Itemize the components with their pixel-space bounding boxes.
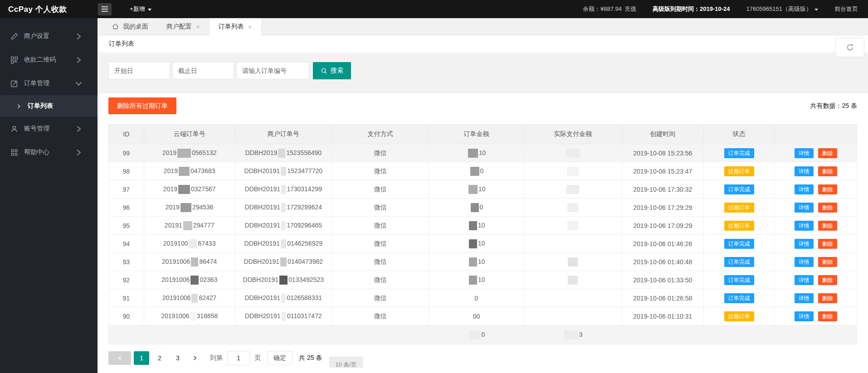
cell-created-time: 2019-10-06 01:40:48 [622, 253, 703, 271]
column-header-amount: 订单金额 [429, 125, 524, 144]
orders-table-wrap: ID 云端订单号 商户订单号 支付方式 订单金额 实际支付金额 创建时间 状态 … [108, 124, 857, 344]
order-number-input[interactable] [236, 62, 309, 79]
delete-button[interactable]: 删除 [818, 257, 837, 267]
cell-cloud-order-suffix: 0473683 [190, 167, 215, 174]
detail-button[interactable]: 详情 [795, 293, 814, 303]
detail-button[interactable]: 详情 [795, 275, 814, 285]
censored-block [567, 167, 579, 176]
detail-button[interactable]: 详情 [795, 184, 814, 194]
front-home-link[interactable]: 前台首页 [834, 5, 858, 13]
delete-button[interactable]: 删除 [818, 148, 837, 158]
refresh-button[interactable] [835, 38, 864, 57]
prev-page-button[interactable] [108, 351, 131, 365]
delete-button[interactable]: 删除 [818, 275, 837, 285]
add-new-dropdown[interactable]: +新增 [130, 5, 151, 13]
tab-bar: 我的桌面 商户配置 × 订单列表 × [98, 18, 868, 35]
cell-id: 96 [109, 199, 144, 217]
chevron-down-icon [75, 80, 83, 87]
tab-merchant-config[interactable]: 商户配置 × [157, 18, 209, 35]
cell-amount: 0 [429, 199, 524, 217]
cell-created-time: 2019-10-06 17:29:29 [622, 199, 703, 217]
cell-amount: 10 [429, 180, 524, 199]
column-header-merchant-order: 商户订单号 [235, 125, 332, 144]
recharge-link[interactable]: 充值 [624, 5, 636, 13]
cell-actions: 详情删除 [775, 271, 857, 289]
summary-status [703, 325, 775, 344]
cell-amount-value: 10 [478, 257, 485, 265]
delete-button[interactable]: 删除 [818, 311, 837, 321]
page-button-2[interactable]: 2 [152, 351, 167, 365]
status-badge: 订单完成 [724, 293, 754, 303]
cell-merchant-order: DDBH201910133492523 [235, 271, 332, 289]
start-date-input[interactable] [108, 62, 170, 79]
sidebar-item-account-management[interactable]: 账号管理 [0, 117, 98, 140]
censored-block [280, 257, 287, 266]
summary-paid-amount: 3 [524, 325, 622, 344]
page-button-1[interactable]: 1 [134, 351, 149, 365]
delete-button[interactable]: 删除 [818, 166, 837, 176]
table-row: 9720190327567DDBH201911730314299微信102019… [109, 180, 857, 199]
delete-button[interactable]: 删除 [818, 184, 837, 194]
detail-button[interactable]: 详情 [795, 148, 814, 158]
goto-page-input[interactable] [227, 351, 250, 365]
censored-block [281, 203, 286, 212]
delete-expired-orders-button[interactable]: 删除所有过期订单 [108, 97, 176, 114]
page-button-3[interactable]: 3 [170, 351, 185, 365]
tab-order-list[interactable]: 订单列表 × [209, 18, 262, 35]
censored-block [190, 312, 195, 321]
page-size-select[interactable]: 10 条/页 [329, 357, 363, 368]
cell-actions: 详情删除 [775, 199, 857, 217]
censored-block [566, 149, 580, 158]
goto-confirm-button[interactable]: 确定 [267, 351, 293, 365]
cell-pay-method: 微信 [332, 144, 429, 162]
cell-merchant-order-prefix: DDBH20191 [244, 239, 280, 247]
summary-paid-value: 3 [579, 330, 582, 338]
sidebar-item-merchant-settings[interactable]: 商户设置 [0, 24, 98, 48]
delete-button[interactable]: 删除 [818, 239, 837, 249]
next-page-button[interactable] [187, 351, 203, 365]
detail-button[interactable]: 详情 [795, 257, 814, 267]
detail-button[interactable]: 详情 [795, 166, 814, 176]
cell-status: 订单完成 [703, 271, 775, 289]
search-button[interactable]: 搜索 [313, 62, 351, 79]
cell-cloud-order-suffix: 82427 [199, 294, 216, 301]
delete-button[interactable]: 删除 [818, 221, 837, 231]
sidebar-item-help-center[interactable]: 帮助中心 [0, 140, 98, 164]
cell-amount: 0 [429, 162, 524, 180]
sidebar-item-order-management[interactable]: 订单管理 [0, 72, 98, 95]
cell-pay-method: 微信 [332, 271, 429, 289]
close-icon[interactable]: × [196, 23, 200, 30]
detail-button[interactable]: 详情 [795, 221, 814, 231]
detail-button[interactable]: 详情 [795, 239, 814, 249]
cell-pay-method: 微信 [332, 199, 429, 217]
tab-my-desktop[interactable]: 我的桌面 [103, 18, 157, 35]
censored-block [191, 294, 198, 303]
end-date-input[interactable] [172, 62, 234, 79]
summary-amount: 0 [429, 325, 524, 344]
censored-block [564, 330, 578, 339]
cell-merchant-order: DDBH201911523477720 [235, 162, 332, 180]
cell-merchant-order-prefix: DDBH20191 [245, 185, 281, 192]
cell-cloud-order: 20190473683 [144, 162, 235, 180]
detail-button[interactable]: 详情 [795, 203, 814, 213]
detail-button[interactable]: 详情 [795, 311, 814, 321]
sidebar-item-order-list[interactable]: 订单列表 [0, 95, 98, 117]
summary-actions [775, 325, 857, 344]
status-badge: 过期订单 [724, 166, 754, 176]
cell-amount-value: 0 [480, 167, 484, 174]
cell-cloud-order-prefix: 2019 [164, 167, 178, 174]
sidebar-item-qrcode[interactable]: 收款二维码 [0, 48, 98, 72]
menu-toggle-button[interactable] [98, 3, 112, 15]
cell-amount-value: 0 [475, 295, 478, 302]
cell-cloud-order: 20190565132 [144, 144, 235, 162]
delete-button[interactable]: 删除 [818, 203, 837, 213]
cell-amount: 10 [429, 217, 524, 235]
cell-merchant-order-suffix: 1709296465 [287, 221, 322, 228]
qrcode-icon [10, 56, 18, 64]
sidebar-item-label: 账号管理 [24, 125, 75, 133]
cell-pay-method: 微信 [332, 289, 429, 307]
refresh-icon [846, 43, 854, 52]
delete-button[interactable]: 删除 [818, 293, 837, 303]
close-icon[interactable]: × [248, 24, 252, 30]
account-dropdown[interactable]: 17605965151（高级版） [746, 5, 818, 13]
